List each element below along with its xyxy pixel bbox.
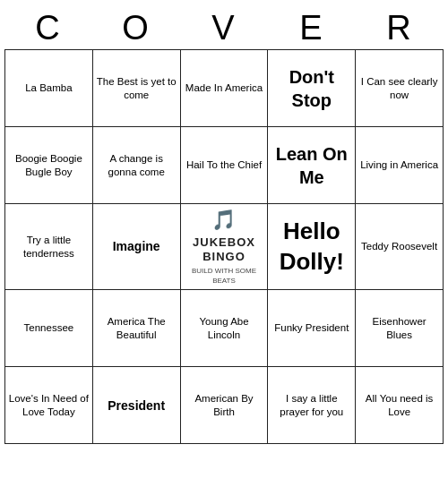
cell-text-5: Boogie Boogie Bugle Boy xyxy=(8,152,90,179)
cell-23: I say a little prayer for you xyxy=(268,367,356,444)
cell-12: 🎵 JUKEBOX BINGO BUILD WITH SOME BEATS xyxy=(181,204,269,290)
cell-2: Made In America xyxy=(181,50,269,127)
jukebox-icon: 🎵 xyxy=(211,208,236,234)
jukebox-logo: JUKEBOX BINGO xyxy=(184,235,265,266)
cell-text-15: Tennessee xyxy=(24,321,74,335)
cell-text-17: Young Abe Lincoln xyxy=(184,315,265,342)
cell-text-13: Hello Dolly! xyxy=(271,217,352,278)
cell-14: Teddy Roosevelt xyxy=(356,204,444,290)
cell-17: Young Abe Lincoln xyxy=(181,290,269,367)
cell-18: Funky President xyxy=(268,290,356,367)
header-letter-C: C xyxy=(4,7,92,49)
cell-6: A change is gonna come xyxy=(93,127,181,204)
cell-text-6: A change is gonna come xyxy=(96,152,177,179)
cell-4: I Can see clearly now xyxy=(356,50,444,127)
cell-7: Hail To the Chief xyxy=(181,127,269,204)
cell-11: Imagine xyxy=(93,204,181,290)
cell-text-18: Funky President xyxy=(274,321,349,335)
cell-3: Don't Stop xyxy=(268,50,356,127)
cell-13: Hello Dolly! xyxy=(268,204,356,290)
bingo-card: COVER La BambaThe Best is yet to comeMad… xyxy=(4,7,444,444)
cell-0: La Bamba xyxy=(5,50,93,127)
cell-text-1: The Best is yet to come xyxy=(96,75,177,102)
cell-text-0: La Bamba xyxy=(25,81,72,95)
jukebox-sub: BUILD WITH SOME BEATS xyxy=(184,267,265,286)
cell-text-14: Teddy Roosevelt xyxy=(361,240,437,253)
cell-text-20: Love's In Need of Love Today xyxy=(8,392,90,419)
cell-21: President xyxy=(93,367,181,444)
header-row: COVER xyxy=(4,7,444,49)
header-letter-O: O xyxy=(92,7,180,49)
cell-text-19: Eisenhower Blues xyxy=(358,315,440,342)
cell-22: American By Birth xyxy=(181,367,269,444)
bingo-grid: La BambaThe Best is yet to comeMade In A… xyxy=(4,49,444,444)
cell-text-10: Try a little tenderness xyxy=(8,234,90,261)
cell-text-7: Hail To the Chief xyxy=(186,158,262,172)
cell-24: All You need is Love xyxy=(356,367,444,444)
cell-text-22: American By Birth xyxy=(184,392,265,419)
cell-text-24: All You need is Love xyxy=(358,392,440,419)
cell-19: Eisenhower Blues xyxy=(356,290,444,367)
header-letter-R: R xyxy=(356,7,444,49)
cell-10: Try a little tenderness xyxy=(5,204,93,290)
cell-15: Tennessee xyxy=(5,290,93,367)
cell-text-11: Imagine xyxy=(113,238,160,254)
cell-text-21: President xyxy=(108,397,165,414)
cell-8: Lean On Me xyxy=(268,127,356,204)
cell-5: Boogie Boogie Bugle Boy xyxy=(5,127,93,204)
cell-20: Love's In Need of Love Today xyxy=(5,367,93,444)
cell-text-2: Made In America xyxy=(185,81,263,95)
cell-text-3: Don't Stop xyxy=(271,65,352,112)
cell-9: Living in America xyxy=(356,127,444,204)
cell-text-9: Living in America xyxy=(360,158,438,172)
cell-text-16: America The Beautiful xyxy=(96,315,177,342)
cell-16: America The Beautiful xyxy=(93,290,181,367)
header-letter-E: E xyxy=(268,7,356,49)
header-letter-V: V xyxy=(180,7,268,49)
cell-text-4: I Can see clearly now xyxy=(358,75,440,102)
cell-text-23: I say a little prayer for you xyxy=(271,392,352,419)
cell-1: The Best is yet to come xyxy=(93,50,181,127)
cell-text-8: Lean On Me xyxy=(271,142,352,189)
